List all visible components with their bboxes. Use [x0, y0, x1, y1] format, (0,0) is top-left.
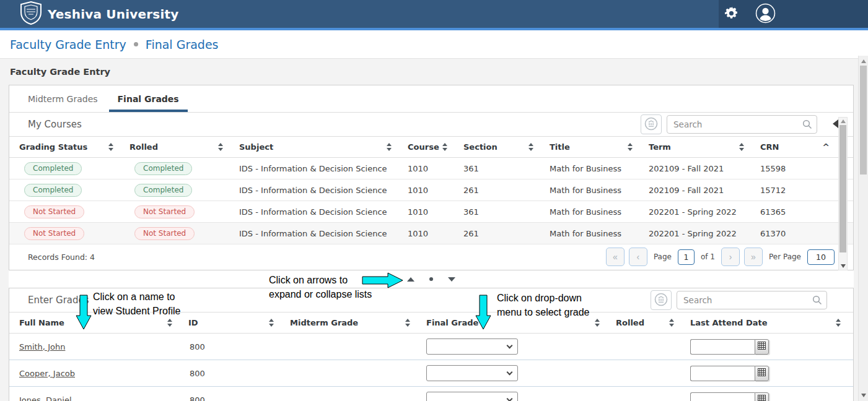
column-label: Term [649, 142, 671, 152]
scroll-up-icon[interactable] [841, 119, 846, 123]
gear-icon [724, 6, 739, 23]
grid-settings-button[interactable] [641, 114, 662, 134]
first-page-button[interactable]: « [606, 248, 625, 266]
courses-grid-footer: Records Found: 4 « ‹ Page of 1 › » Per P… [9, 244, 853, 269]
expand-up-button[interactable] [405, 275, 417, 284]
next-page-button[interactable]: › [721, 248, 740, 266]
annotation-arrow-down-icon [76, 295, 92, 333]
sort-up-icon [595, 319, 600, 322]
previous-page-button[interactable]: ‹ [629, 248, 647, 266]
profile-button[interactable] [755, 3, 776, 25]
status-badge: Not Started [134, 205, 195, 218]
student-name-link[interactable]: Jones, Daniel [19, 395, 72, 401]
cell-subject: IDS - Information & Decision Science [239, 207, 408, 217]
cell-title: Math for Business [550, 164, 649, 173]
sort-toggle-icon[interactable] [595, 319, 600, 327]
sort-down-icon [528, 148, 533, 151]
per-page-select[interactable]: 10 [807, 249, 835, 265]
course-row: CompletedCompletedIDS - Information & De… [9, 179, 853, 201]
annotation-student-profile: Click on a name to view Student Profile [93, 290, 180, 318]
student-row: Cooper, Jacob800 [9, 360, 853, 387]
status-badge: Completed [134, 162, 192, 175]
final-grade-select[interactable] [426, 365, 518, 381]
student-name-link[interactable]: Cooper, Jacob [19, 369, 75, 378]
breadcrumb-final-grades[interactable]: Final Grades [146, 38, 219, 51]
last-page-button[interactable]: » [744, 248, 763, 266]
sort-down-icon [669, 324, 674, 327]
sort-toggle-icon[interactable] [405, 319, 410, 327]
tab-midterm-grades[interactable]: Midterm Grades [19, 85, 107, 112]
multi-column-icon [644, 117, 658, 132]
sort-toggle-icon[interactable] [269, 319, 274, 327]
breadcrumb-faculty-grade-entry[interactable]: Faculty Grade Entry [10, 38, 126, 51]
sort-toggle-icon[interactable] [167, 319, 172, 327]
grade-tabs: Midterm Grades Final Grades [9, 85, 853, 113]
sort-toggle-icon[interactable] [442, 143, 447, 151]
cell-full-name: Smith, John [19, 342, 188, 351]
column-label: Course [408, 142, 439, 152]
annotation-arrow-down-icon [475, 295, 491, 333]
cell-id: 800 [188, 369, 290, 378]
search-icon [802, 119, 812, 132]
cell-rolled: Completed [129, 162, 239, 175]
panel-splitter [9, 270, 854, 288]
cell-course: 1010 [408, 207, 463, 217]
cell-title: Math for Business [550, 186, 649, 195]
sort-toggle-icon[interactable] [387, 143, 392, 151]
cell-term: 202109 - Fall 2021 [649, 164, 760, 173]
sort-toggle-icon[interactable] [218, 143, 223, 151]
sort-down-icon [595, 324, 600, 327]
student-name-link[interactable]: Smith, John [19, 342, 65, 351]
sort-toggle-icon[interactable] [108, 143, 113, 151]
brand-name: Yeshiva University [48, 7, 178, 22]
column-label: Rolled [129, 142, 158, 152]
triangle-up-icon [407, 277, 414, 282]
last-attend-date-input[interactable] [690, 339, 755, 355]
calendar-button[interactable] [755, 339, 769, 355]
students-search-input[interactable] [677, 291, 827, 309]
sort-up-icon [628, 143, 633, 146]
calendar-button[interactable] [755, 366, 769, 381]
sort-down-icon [108, 148, 113, 151]
sort-up-icon [836, 319, 841, 322]
courses-scrollbar [838, 117, 848, 270]
cell-term: 202201 - Spring 2022 [649, 229, 760, 238]
tab-final-grades[interactable]: Final Grades [109, 85, 188, 112]
sort-down-icon [739, 148, 744, 151]
sort-down-icon [387, 148, 392, 151]
grid-settings-button[interactable] [651, 290, 672, 310]
expand-down-button[interactable] [445, 275, 458, 284]
page-scrollbar-thumb[interactable] [860, 66, 867, 175]
calendar-button[interactable] [755, 392, 769, 401]
column-header-grading-status: Grading Status [19, 142, 129, 152]
last-attend-date-input[interactable] [690, 366, 755, 381]
column-header-section: Section [463, 142, 550, 152]
last-attend-date-field [690, 339, 769, 355]
scroll-down-icon[interactable] [861, 394, 866, 397]
collapse-panel-left-icon[interactable] [833, 119, 838, 128]
sort-toggle-icon[interactable] [836, 319, 841, 327]
courses-table-header: Grading StatusRolledSubjectCourseSection… [9, 136, 853, 158]
sort-up-icon [387, 143, 392, 146]
last-attend-date-input[interactable] [690, 392, 755, 401]
cell-full-name: Cooper, Jacob [19, 369, 188, 378]
final-grade-select[interactable] [426, 338, 518, 355]
column-label: Midterm Grade [290, 318, 358, 327]
settings-button[interactable] [724, 6, 739, 23]
sort-down-icon [442, 148, 447, 151]
scroll-up-icon[interactable] [861, 59, 866, 63]
cell-rolled: Not Started [129, 205, 239, 218]
scroll-down-icon[interactable] [841, 264, 846, 268]
sort-toggle-icon[interactable] [669, 319, 674, 327]
restore-split-button[interactable] [427, 275, 436, 283]
courses-scrollbar-thumb[interactable] [840, 125, 846, 252]
courses-search-input[interactable] [667, 115, 817, 134]
cell-grading-status: Not Started [19, 205, 129, 218]
page-number-input[interactable] [678, 249, 695, 265]
sort-ascending-icon[interactable]: ^ [822, 142, 830, 152]
sort-toggle-icon[interactable] [528, 143, 533, 151]
sort-toggle-icon[interactable] [628, 143, 633, 151]
final-grade-select[interactable] [426, 392, 518, 401]
sort-toggle-icon[interactable] [739, 143, 744, 151]
cell-full-name: Jones, Daniel [19, 395, 188, 401]
